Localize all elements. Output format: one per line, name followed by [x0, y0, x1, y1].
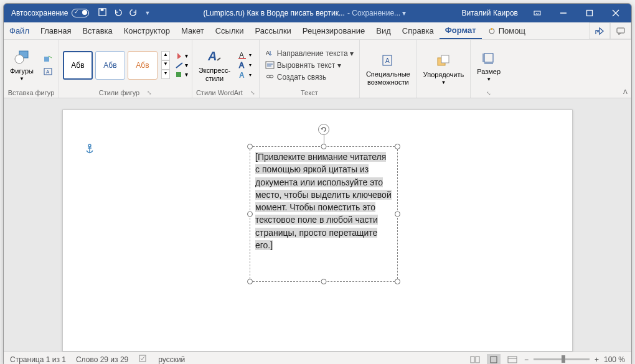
tab-view[interactable]: Вид	[370, 22, 397, 39]
resize-handle[interactable]	[395, 144, 400, 149]
edit-shape-icon[interactable]	[41, 53, 55, 64]
rotate-handle[interactable]	[318, 124, 329, 135]
anchor-icon[interactable]	[85, 144, 94, 157]
group-label-shape-styles: Стили фигур	[99, 89, 139, 96]
draw-textbox-icon[interactable]: A	[41, 66, 55, 77]
maximize-button[interactable]	[576, 4, 603, 22]
zoom-slider[interactable]	[534, 358, 590, 360]
svg-rect-4	[587, 11, 593, 16]
style-preset-2[interactable]: Абв	[95, 51, 125, 80]
svg-rect-15	[176, 72, 181, 77]
group-label-text: Текст	[263, 88, 355, 96]
page[interactable]: [Привлеките внимание читателя с помощью …	[62, 110, 573, 352]
zoom-out-button[interactable]: −	[524, 355, 529, 364]
redo-icon[interactable]	[129, 7, 138, 19]
tab-file[interactable]: Файл	[4, 22, 35, 39]
language-indicator[interactable]: русский	[158, 355, 185, 364]
dialog-launcher-icon[interactable]: ⤡	[486, 90, 491, 96]
document-area[interactable]: [Привлеките внимание читателя с помощью …	[4, 98, 631, 352]
zoom-in-button[interactable]: +	[595, 355, 599, 364]
shape-outline-button[interactable]: ▾	[175, 62, 188, 69]
tab-format[interactable]: Формат	[440, 22, 482, 39]
tab-home[interactable]: Главная	[35, 22, 77, 39]
text-direction-button[interactable]: AНаправление текста ▾	[263, 49, 355, 58]
statusbar: Страница 1 из 1 Слово 29 из 29 русский −…	[4, 352, 631, 364]
autosave-toggle[interactable]: ✓	[72, 9, 89, 17]
svg-rect-38	[471, 357, 474, 363]
dialog-launcher-icon[interactable]: ⤡	[250, 90, 255, 96]
tab-references[interactable]: Ссылки	[210, 22, 250, 39]
text-outline-button[interactable]: A▾	[238, 61, 252, 69]
qat-dropdown-icon[interactable]: ▼	[144, 10, 150, 16]
textbox[interactable]: [Привлеките внимание читателя с помощью …	[250, 146, 398, 282]
resize-handle[interactable]	[247, 279, 253, 284]
svg-point-11	[15, 55, 24, 63]
svg-rect-30	[441, 55, 449, 63]
tab-tellme[interactable]: Помощ	[482, 22, 531, 39]
text-fill-button[interactable]: A▾	[238, 51, 252, 59]
print-layout-icon[interactable]	[487, 354, 501, 365]
align-text-button[interactable]: Выровнять текст ▾	[263, 60, 343, 70]
share-button[interactable]	[589, 22, 610, 39]
document-title: (Lumpics.ru) Как в Ворде писать вертик..…	[203, 9, 345, 17]
svg-rect-1	[101, 9, 104, 11]
user-name[interactable]: Виталий Каиров	[455, 9, 524, 17]
chevron-down-icon: ▼	[19, 76, 24, 82]
ribbon-tabs: Файл Главная Вставка Конструктор Макет С…	[4, 22, 631, 40]
titlebar: Автосохранение ✓ ▼ (Lumpics.ru) Как в Во…	[4, 4, 631, 22]
create-link-button[interactable]: Создать связь	[263, 72, 328, 82]
dialog-launcher-icon[interactable]: ⤡	[147, 90, 152, 96]
save-icon[interactable]	[98, 7, 107, 19]
undo-icon[interactable]	[113, 7, 123, 19]
ribbon-options-icon[interactable]	[524, 4, 550, 22]
size-button[interactable]: Размер ▼	[474, 48, 503, 83]
page-indicator[interactable]: Страница 1 из 1	[10, 355, 66, 364]
minimize-button[interactable]	[550, 4, 576, 22]
tab-help[interactable]: Справка	[397, 22, 440, 39]
tab-mailings[interactable]: Рассылки	[249, 22, 296, 39]
proofing-icon[interactable]	[138, 354, 148, 364]
comments-button[interactable]	[610, 22, 631, 39]
web-layout-icon[interactable]	[506, 354, 519, 365]
style-preset-1[interactable]: Абв	[63, 51, 93, 80]
read-mode-icon[interactable]	[468, 354, 482, 365]
resize-handle[interactable]	[395, 279, 400, 284]
svg-rect-40	[491, 357, 497, 363]
textbox-content[interactable]: [Привлеките внимание читателя с помощью …	[255, 151, 392, 251]
tab-insert[interactable]: Вставка	[77, 22, 118, 39]
shape-fill-button[interactable]: ▾	[175, 52, 188, 60]
tab-review[interactable]: Рецензирование	[297, 22, 370, 39]
resize-handle[interactable]	[321, 144, 327, 149]
svg-text:A: A	[239, 71, 245, 79]
window-controls	[524, 4, 629, 22]
shapes-button[interactable]: Фигуры ▼	[7, 47, 36, 83]
resize-handle[interactable]	[395, 212, 400, 217]
collapse-ribbon-icon[interactable]: ᐱ	[623, 88, 628, 95]
chevron-down-icon: ▼	[486, 77, 491, 82]
svg-text:A: A	[239, 61, 244, 69]
wordart-styles-button[interactable]: A Экспресс- стили	[196, 47, 233, 83]
svg-rect-12	[44, 57, 49, 62]
arrange-button[interactable]: Упорядочить ▼	[421, 51, 466, 86]
accessibility-button[interactable]: A Специальные возможности	[364, 50, 413, 86]
group-size: Размер ▼ ⤡	[471, 40, 507, 98]
shape-effects-button[interactable]: ▾	[175, 71, 188, 78]
zoom-level[interactable]: 100 %	[604, 355, 625, 364]
text-effects-button[interactable]: A▾	[238, 71, 252, 79]
svg-rect-39	[476, 357, 479, 363]
textbox-container[interactable]: [Привлеките внимание читателя с помощью …	[250, 146, 398, 282]
group-label-insert-shapes: Вставка фигур	[7, 88, 55, 96]
tab-design[interactable]: Конструктор	[118, 22, 176, 39]
resize-handle[interactable]	[321, 279, 327, 284]
resize-handle[interactable]	[247, 212, 253, 217]
style-preset-3[interactable]: Абв	[128, 51, 158, 80]
word-count[interactable]: Слово 29 из 29	[76, 355, 128, 364]
resize-handle[interactable]	[247, 144, 253, 149]
style-gallery-nav[interactable]: ▲▼▾	[161, 51, 170, 79]
close-button[interactable]	[603, 4, 629, 22]
svg-rect-22	[266, 62, 274, 68]
svg-rect-18	[238, 58, 246, 59]
svg-text:A: A	[385, 57, 390, 64]
tab-layout[interactable]: Макет	[176, 22, 210, 39]
svg-rect-31	[484, 54, 493, 62]
